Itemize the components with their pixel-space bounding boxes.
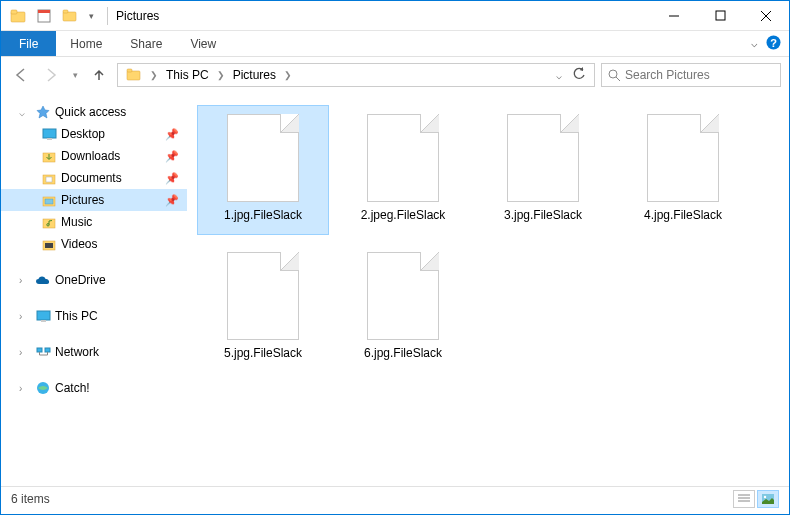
svg-rect-20: [46, 177, 52, 182]
file-name: 2.jpeg.FileSlack: [361, 208, 446, 222]
chevron-right-icon[interactable]: ›: [19, 311, 31, 322]
separator: [107, 7, 108, 25]
breadcrumb-this-pc[interactable]: This PC: [162, 64, 213, 86]
sidebar-item-videos[interactable]: Videos: [1, 233, 187, 255]
file-item[interactable]: 6.jpg.FileSlack: [337, 243, 469, 373]
chevron-down-icon[interactable]: ⌵: [19, 107, 31, 118]
svg-rect-29: [45, 348, 50, 352]
minimize-button[interactable]: [651, 1, 697, 31]
close-button[interactable]: [743, 1, 789, 31]
file-icon: [227, 252, 299, 340]
svg-rect-16: [43, 129, 56, 138]
file-name: 3.jpg.FileSlack: [504, 208, 582, 222]
sidebar-item-onedrive[interactable]: › OneDrive: [1, 269, 187, 291]
search-placeholder: Search Pictures: [625, 68, 710, 82]
new-folder-icon[interactable]: [59, 5, 81, 27]
address-dropdown-icon[interactable]: ⌵: [550, 70, 568, 81]
sidebar-item-network[interactable]: › Network: [1, 341, 187, 363]
svg-point-38: [764, 495, 766, 497]
file-item[interactable]: 4.jpg.FileSlack: [617, 105, 749, 235]
recent-dropdown-icon[interactable]: ▾: [69, 63, 81, 87]
star-icon: [35, 104, 51, 120]
this-pc-icon: [35, 308, 51, 324]
sidebar-item-music[interactable]: Music: [1, 211, 187, 233]
svg-rect-17: [47, 138, 52, 140]
pin-icon: 📌: [165, 194, 179, 207]
pin-icon: 📌: [165, 172, 179, 185]
file-icon: [507, 114, 579, 202]
sidebar-item-catch[interactable]: › Catch!: [1, 377, 187, 399]
tab-share[interactable]: Share: [116, 31, 176, 56]
svg-rect-13: [127, 69, 132, 72]
file-item[interactable]: 2.jpeg.FileSlack: [337, 105, 469, 235]
up-button[interactable]: [87, 63, 111, 87]
navbar: ▾ ❯ This PC ❯ Pictures ❯ ⌵ Search Pictur…: [1, 57, 789, 93]
ribbon: File Home Share View ⌵ ?: [1, 31, 789, 57]
pin-icon: 📌: [165, 150, 179, 163]
catch-icon: [35, 380, 51, 396]
desktop-icon: [41, 126, 57, 142]
file-icon: [367, 114, 439, 202]
pictures-icon: [41, 192, 57, 208]
breadcrumb-current[interactable]: Pictures: [229, 64, 280, 86]
sidebar-item-this-pc[interactable]: › This PC: [1, 305, 187, 327]
file-icon: [367, 252, 439, 340]
sidebar[interactable]: ⌵ Quick access Desktop 📌 Downloads 📌 Doc…: [1, 93, 187, 486]
tab-file[interactable]: File: [1, 31, 56, 56]
titlebar: ▾ Pictures: [1, 1, 789, 31]
file-item[interactable]: 5.jpg.FileSlack: [197, 243, 329, 373]
chevron-right-icon[interactable]: ❯: [282, 70, 294, 80]
tab-home[interactable]: Home: [56, 31, 116, 56]
svg-rect-22: [45, 199, 53, 204]
file-name: 1.jpg.FileSlack: [224, 208, 302, 222]
search-icon: [608, 69, 621, 82]
breadcrumb-root-icon[interactable]: [122, 64, 146, 86]
file-item[interactable]: 3.jpg.FileSlack: [477, 105, 609, 235]
back-button[interactable]: [9, 63, 33, 87]
ribbon-expand-icon[interactable]: ⌵: [751, 37, 758, 50]
chevron-right-icon[interactable]: ❯: [215, 70, 227, 80]
forward-button[interactable]: [39, 63, 63, 87]
maximize-button[interactable]: [697, 1, 743, 31]
file-icon: [227, 114, 299, 202]
chevron-right-icon[interactable]: ›: [19, 383, 31, 394]
sidebar-item-quick-access[interactable]: ⌵ Quick access: [1, 101, 187, 123]
view-thumbnails-button[interactable]: [757, 490, 779, 508]
svg-rect-27: [41, 320, 46, 322]
svg-rect-12: [127, 71, 140, 80]
help-icon[interactable]: ?: [766, 35, 781, 53]
chevron-right-icon[interactable]: ›: [19, 347, 31, 358]
file-icon: [647, 114, 719, 202]
svg-rect-7: [716, 11, 725, 20]
sidebar-item-desktop[interactable]: Desktop 📌: [1, 123, 187, 145]
sidebar-item-downloads[interactable]: Downloads 📌: [1, 145, 187, 167]
properties-icon[interactable]: [33, 5, 55, 27]
window-controls: [651, 1, 789, 31]
svg-rect-25: [45, 243, 53, 248]
status-item-count: 6 items: [11, 492, 50, 506]
search-input[interactable]: Search Pictures: [601, 63, 781, 87]
music-icon: [41, 214, 57, 230]
address-bar[interactable]: ❯ This PC ❯ Pictures ❯ ⌵: [117, 63, 595, 87]
view-details-button[interactable]: [733, 490, 755, 508]
svg-rect-28: [37, 348, 42, 352]
svg-rect-5: [63, 10, 68, 13]
files-pane[interactable]: 1.jpg.FileSlack 2.jpeg.FileSlack 3.jpg.F…: [187, 93, 789, 486]
chevron-right-icon[interactable]: ❯: [148, 70, 160, 80]
file-item[interactable]: 1.jpg.FileSlack: [197, 105, 329, 235]
refresh-icon[interactable]: [568, 67, 590, 84]
app-icon[interactable]: [7, 5, 29, 27]
sidebar-item-documents[interactable]: Documents 📌: [1, 167, 187, 189]
chevron-right-icon[interactable]: ›: [19, 275, 31, 286]
videos-icon: [41, 236, 57, 252]
sidebar-item-pictures[interactable]: Pictures 📌: [1, 189, 187, 211]
qat-dropdown-icon[interactable]: ▾: [85, 5, 97, 27]
svg-text:?: ?: [770, 36, 777, 48]
tab-view[interactable]: View: [176, 31, 230, 56]
file-name: 4.jpg.FileSlack: [644, 208, 722, 222]
file-name: 6.jpg.FileSlack: [364, 346, 442, 360]
svg-point-14: [609, 70, 617, 78]
pin-icon: 📌: [165, 128, 179, 141]
onedrive-icon: [35, 272, 51, 288]
svg-line-15: [616, 77, 620, 81]
